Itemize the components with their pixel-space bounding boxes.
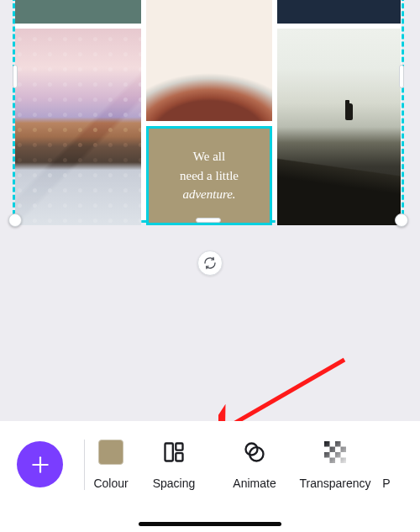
animate-icon: [239, 436, 270, 468]
plus-icon: [29, 454, 51, 476]
collage-tile[interactable]: [146, 0, 272, 121]
resize-handle-right[interactable]: [399, 65, 404, 88]
collage-tile[interactable]: [277, 0, 401, 24]
rotate-icon: [203, 256, 217, 270]
spacing-icon: [158, 436, 190, 468]
resize-handle-left[interactable]: [13, 65, 18, 88]
toolbar-divider: [84, 440, 85, 490]
svg-line-0: [225, 360, 344, 429]
tool-colour[interactable]: Colour: [91, 433, 131, 490]
quote-line: need a little: [180, 169, 239, 182]
svg-rect-17: [324, 441, 346, 463]
svg-rect-3: [165, 444, 173, 461]
canvas-selection[interactable]: We all need a little adventure.: [13, 0, 404, 223]
home-indicator[interactable]: [139, 522, 281, 526]
colour-swatch-icon: [95, 436, 127, 468]
quote-text: We all need a little adventure.: [180, 147, 239, 204]
collage-tile[interactable]: [15, 29, 141, 225]
collage-grid: We all need a little adventure.: [15, 0, 402, 220]
tool-label: Transparency: [299, 477, 370, 490]
resize-handle-bottom[interactable]: [196, 218, 221, 223]
collage-tile[interactable]: [277, 29, 401, 225]
collage-tile[interactable]: [15, 0, 141, 24]
svg-rect-4: [176, 444, 182, 450]
tool-label: Animate: [233, 477, 276, 490]
tool-transparency[interactable]: Transparency: [297, 433, 373, 490]
resize-handle-bottom-left[interactable]: [8, 213, 22, 227]
tool-label: Spacing: [153, 477, 196, 490]
add-button[interactable]: [17, 441, 63, 487]
tool-spacing[interactable]: Spacing: [136, 433, 212, 490]
bottom-toolbar: Colour Spacing Animate: [0, 421, 420, 532]
tool-label: Colour: [93, 477, 128, 490]
overflow-icon: [370, 436, 402, 468]
tool-row: Colour Spacing Animate: [91, 433, 420, 490]
tool-animate[interactable]: Animate: [217, 433, 292, 490]
collage-quote-tile[interactable]: We all need a little adventure.: [146, 126, 272, 225]
rotate-button[interactable]: [197, 250, 223, 276]
svg-rect-5: [176, 453, 182, 461]
quote-line-em: adventure.: [182, 187, 235, 201]
transparency-icon: [319, 436, 351, 468]
quote-line: We all: [193, 150, 225, 163]
tool-overflow[interactable]: P: [378, 433, 395, 490]
tool-label: P: [382, 477, 390, 490]
resize-handle-bottom-right[interactable]: [395, 213, 408, 227]
